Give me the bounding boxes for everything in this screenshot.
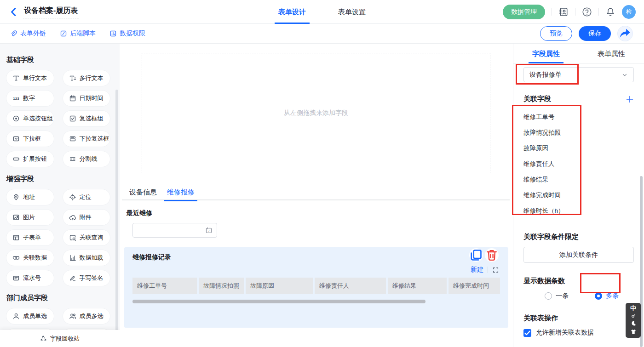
header-left: 设备档案-履历表 <box>0 5 79 18</box>
field-pill-label: 子表单 <box>23 233 41 242</box>
field-pill[interactable]: 手写签名 <box>63 270 111 286</box>
field-pill[interactable]: 图片 <box>6 209 54 226</box>
radio-icon <box>595 292 602 300</box>
field-pill[interactable]: 复选框组 <box>63 110 111 127</box>
linkdata-icon <box>12 254 20 262</box>
locate-icon <box>69 193 76 201</box>
panel-tabs: 字段属性表单属性 <box>513 44 644 64</box>
related-form-select[interactable]: 设备报修单 <box>523 67 634 82</box>
field-recycle-bin[interactable]: 字段回收站 <box>0 330 120 347</box>
save-button[interactable]: 保存 <box>579 26 611 41</box>
date-field-input[interactable]: 7 <box>132 223 217 238</box>
header: 设备档案-履历表 表单设计表单设置 数据管理 检 <box>0 0 644 24</box>
new-record-button[interactable]: 新建 <box>471 266 483 274</box>
duplicate-field-icon[interactable] <box>469 248 483 262</box>
textarea-icon <box>69 74 76 82</box>
field-pill-label: 流水号 <box>23 274 41 282</box>
allow-add-row[interactable]: 允许新增关联表数据 <box>523 329 634 337</box>
related-fields-header: 关联字段 <box>523 95 634 103</box>
signature-icon <box>69 274 76 282</box>
text-icon <box>12 74 20 82</box>
allow-add-label: 允许新增关联表数据 <box>536 329 594 337</box>
sidebar-sections: 基础字段单行文本多行文本123数字日期时间单选按钮组复选框组下拉框下拉复选框扩展… <box>0 44 120 345</box>
calendar-icon: 7 <box>205 227 213 234</box>
field-pill[interactable]: 日期时间 <box>63 90 111 107</box>
radio-option[interactable]: 多条 <box>595 292 619 300</box>
skin-shirt-icon[interactable] <box>630 329 637 335</box>
header-tab[interactable]: 表单设计 <box>277 0 307 24</box>
field-pill[interactable]: 成员单选 <box>6 308 54 324</box>
canvas-tab[interactable]: 维修报修 <box>166 188 196 201</box>
field-pill[interactable]: 子表单 <box>6 229 54 246</box>
field-pill-label: 数据加载 <box>80 254 104 262</box>
field-pill[interactable]: 多行文本 <box>63 70 111 86</box>
related-field-item[interactable]: 维修完成时间 <box>523 188 634 203</box>
ime-punctuation-icon[interactable] <box>631 313 636 318</box>
notifications-bell-icon[interactable] <box>605 7 615 17</box>
help-icon[interactable] <box>582 7 592 17</box>
field-pill[interactable]: 定位 <box>63 189 111 205</box>
drop-zone[interactable]: 从左侧拖拽来添加字段 <box>142 53 490 173</box>
field-pill-label: 单选按钮组 <box>23 114 53 123</box>
panel-tab[interactable]: 字段属性 <box>513 44 579 63</box>
serial-icon <box>12 274 20 282</box>
divider <box>552 8 552 16</box>
ime-toolbar[interactable]: 中 <box>626 303 641 338</box>
sidebar-scrollbar[interactable] <box>115 90 118 347</box>
field-pill[interactable]: 下拉框 <box>6 131 54 147</box>
field-pill-label: 关联查询 <box>80 233 104 242</box>
toolbar-link[interactable]: 表单外链 <box>10 29 46 38</box>
toolbar-link[interactable]: 数据权限 <box>109 29 145 38</box>
field-pill[interactable]: 分割线 <box>63 151 111 167</box>
avatar[interactable]: 检 <box>622 5 636 19</box>
back-icon[interactable] <box>8 6 19 17</box>
radio-option[interactable]: 一条 <box>545 292 569 300</box>
header-tabs: 表单设计表单设置 <box>277 0 367 24</box>
chevron-down-icon <box>621 72 628 78</box>
add-field-plus-icon[interactable] <box>626 95 634 103</box>
ime-lang-indicator[interactable]: 中 <box>630 305 636 311</box>
preview-button[interactable]: 预览 <box>540 26 572 41</box>
related-field-item[interactable]: 维修责任人 <box>523 156 634 172</box>
related-field-item[interactable]: 维修时长（h） <box>523 203 634 219</box>
toolbar-link-label: 表单外链 <box>20 29 46 38</box>
field-pill[interactable]: 关联查询 <box>63 229 111 246</box>
data-manage-button[interactable]: 数据管理 <box>503 5 545 19</box>
horizontal-scrollbar[interactable] <box>132 300 426 303</box>
field-pill[interactable]: 成员多选 <box>63 308 111 324</box>
contacts-icon[interactable] <box>558 7 569 17</box>
moon-icon[interactable] <box>630 320 637 326</box>
subform-icon <box>12 234 20 241</box>
header-tab[interactable]: 表单设置 <box>337 0 367 24</box>
related-field-item[interactable]: 维修工单号 <box>523 109 634 125</box>
panel-tab[interactable]: 表单属性 <box>579 44 644 63</box>
field-pill[interactable]: 单选按钮组 <box>6 110 54 127</box>
field-pill[interactable]: 附件 <box>63 209 111 226</box>
field-pill[interactable]: 关联数据 <box>6 250 54 266</box>
related-field-item[interactable]: 维修结果 <box>523 172 634 188</box>
sidebar-section-title: 增强字段 <box>6 175 110 183</box>
expand-icon[interactable] <box>492 267 499 273</box>
page-title[interactable]: 设备档案-履历表 <box>23 5 79 18</box>
canvas-tab[interactable]: 设备信息 <box>128 188 158 201</box>
field-pill[interactable]: 地址 <box>6 189 54 205</box>
toolbar-link-icon <box>10 30 17 37</box>
related-field-item[interactable]: 故障情况拍照 <box>523 125 634 141</box>
delete-field-icon[interactable] <box>485 248 499 262</box>
field-pill[interactable]: 单行文本 <box>6 70 54 86</box>
field-pill[interactable]: 下拉复选框 <box>63 131 111 147</box>
properties-panel: 字段属性表单属性 设备报修单 关联字段 维修工单号故障情况拍照故障原因维修责任人… <box>513 44 644 347</box>
field-pill[interactable]: 123数字 <box>6 90 54 107</box>
checkbox-checked-icon[interactable] <box>523 329 531 337</box>
field-pill[interactable]: 流水号 <box>6 270 54 286</box>
add-condition-button[interactable]: 添加关联条件 <box>523 247 634 263</box>
address-icon <box>12 193 20 201</box>
share-icon[interactable] <box>617 26 633 41</box>
number-icon: 123 <box>12 95 20 102</box>
field-pill[interactable]: 扩展按钮 <box>6 151 54 167</box>
radio-icon <box>545 292 552 300</box>
related-field-item[interactable]: 故障原因 <box>523 141 634 156</box>
field-pill[interactable]: 数据加载 <box>63 250 111 266</box>
toolbar-link[interactable]: 后端脚本 <box>60 29 96 38</box>
subtable-block-selected[interactable]: 维修报修记录 新建 维修工单号故障情况拍照故障原因维修责任人维修结果维修完成时间 <box>124 247 508 328</box>
